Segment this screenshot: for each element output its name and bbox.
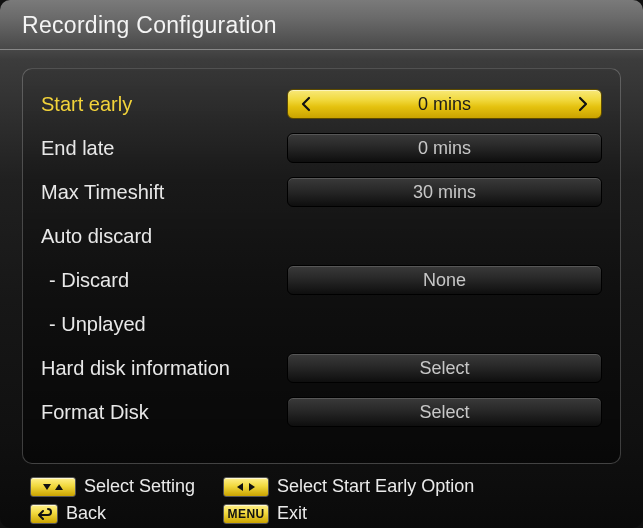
- row-auto-discard: Auto discard: [41, 219, 602, 253]
- footer-col-right: Select Start Early Option MENU Exit: [223, 476, 474, 524]
- value-text: Select: [419, 402, 469, 423]
- chevron-right-icon[interactable]: [569, 96, 597, 112]
- row-unplayed[interactable]: - Unplayed: [41, 307, 602, 341]
- value-empty: [287, 221, 602, 251]
- footer-hints: Select Setting Back Select Start Early O…: [0, 464, 643, 524]
- label-start-early: Start early: [41, 93, 287, 116]
- value-text: 30 mins: [413, 182, 476, 203]
- hint-exit: MENU Exit: [223, 503, 474, 524]
- value-format-disk[interactable]: Select: [287, 397, 602, 427]
- svg-marker-2: [237, 483, 243, 491]
- value-empty: [287, 309, 602, 339]
- svg-marker-1: [55, 484, 63, 490]
- hint-text: Exit: [277, 503, 307, 524]
- svg-marker-3: [249, 483, 255, 491]
- label-unplayed: - Unplayed: [41, 313, 287, 336]
- value-start-early[interactable]: 0 mins: [287, 89, 602, 119]
- value-text: Select: [419, 358, 469, 379]
- page-title: Recording Configuration: [22, 12, 621, 39]
- row-end-late[interactable]: End late 0 mins: [41, 131, 602, 165]
- up-down-key-icon: [30, 477, 76, 497]
- chevron-left-icon[interactable]: [292, 96, 320, 112]
- left-right-key-icon: [223, 477, 269, 497]
- settings-panel: Start early 0 mins End late 0 mins Max T…: [22, 68, 621, 464]
- value-text: None: [423, 270, 466, 291]
- footer-col-left: Select Setting Back: [30, 476, 195, 524]
- menu-key-icon: MENU: [223, 504, 269, 524]
- label-max-timeshift: Max Timeshift: [41, 181, 287, 204]
- value-text: 0 mins: [418, 94, 471, 115]
- value-text: 0 mins: [418, 138, 471, 159]
- row-discard[interactable]: - Discard None: [41, 263, 602, 297]
- hint-back: Back: [30, 503, 195, 524]
- row-hdd-info[interactable]: Hard disk information Select: [41, 351, 602, 385]
- value-max-timeshift[interactable]: 30 mins: [287, 177, 602, 207]
- label-format-disk: Format Disk: [41, 401, 287, 424]
- svg-marker-0: [43, 484, 51, 490]
- value-discard[interactable]: None: [287, 265, 602, 295]
- title-bar: Recording Configuration: [0, 0, 643, 50]
- label-discard: - Discard: [41, 269, 287, 292]
- hint-text: Back: [66, 503, 106, 524]
- hint-select-option: Select Start Early Option: [223, 476, 474, 497]
- value-end-late[interactable]: 0 mins: [287, 133, 602, 163]
- label-auto-discard: Auto discard: [41, 225, 287, 248]
- recording-config-window: Recording Configuration Start early 0 mi…: [0, 0, 643, 528]
- hint-select-setting: Select Setting: [30, 476, 195, 497]
- row-start-early[interactable]: Start early 0 mins: [41, 87, 602, 121]
- back-key-icon: [30, 504, 58, 524]
- row-format-disk[interactable]: Format Disk Select: [41, 395, 602, 429]
- label-end-late: End late: [41, 137, 287, 160]
- row-max-timeshift[interactable]: Max Timeshift 30 mins: [41, 175, 602, 209]
- hint-text: Select Setting: [84, 476, 195, 497]
- label-hdd-info: Hard disk information: [41, 357, 287, 380]
- hint-text: Select Start Early Option: [277, 476, 474, 497]
- value-hdd-info[interactable]: Select: [287, 353, 602, 383]
